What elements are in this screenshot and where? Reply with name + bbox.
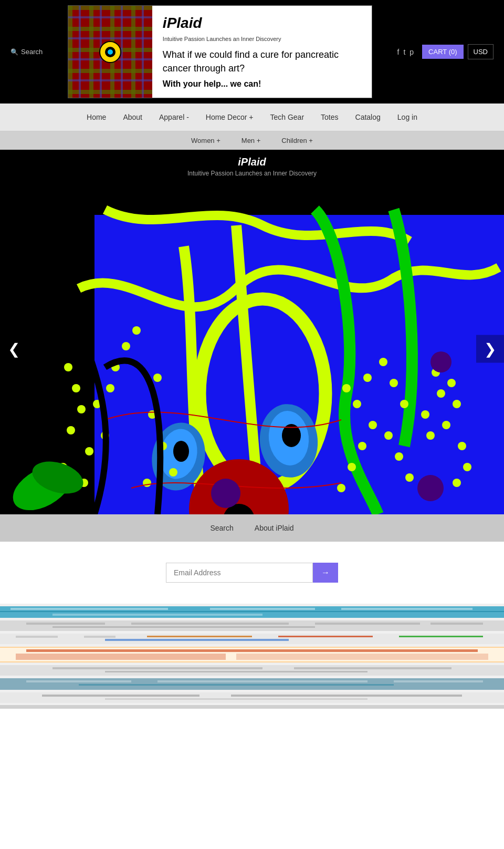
- footer-search-link[interactable]: Search: [210, 524, 233, 532]
- svg-rect-7: [89, 6, 93, 98]
- svg-rect-23: [210, 608, 315, 610]
- svg-rect-55: [0, 692, 504, 703]
- svg-rect-30: [315, 623, 420, 625]
- cart-button[interactable]: CART (0): [422, 45, 463, 59]
- bottom-banner: [0, 604, 504, 709]
- svg-rect-6: [68, 6, 72, 98]
- slide-canvas: [0, 183, 504, 514]
- svg-point-20: [108, 49, 113, 55]
- nav-login[interactable]: Log in: [389, 103, 426, 131]
- brand-bar-name: iPlaid: [6, 156, 498, 168]
- svg-rect-22: [10, 608, 168, 610]
- logo-tagline-big: What if we could find a cure for pancrea…: [163, 48, 361, 75]
- email-submit-button[interactable]: →: [313, 563, 338, 583]
- svg-rect-31: [430, 623, 483, 625]
- svg-rect-58: [105, 698, 368, 700]
- cart-count: (0): [449, 48, 457, 56]
- svg-rect-45: [0, 661, 504, 662]
- nav-totes[interactable]: Totes: [312, 103, 346, 131]
- svg-rect-36: [147, 636, 252, 637]
- svg-rect-43: [16, 654, 226, 660]
- header-right: f t p CART (0) USD: [397, 44, 494, 59]
- nav-about[interactable]: About: [114, 103, 151, 131]
- svg-rect-53: [394, 680, 483, 682]
- primary-nav: Home About Apparel - Home Decor + Tech G…: [0, 103, 504, 131]
- svg-rect-32: [52, 626, 315, 628]
- nav-women[interactable]: Women +: [181, 131, 231, 150]
- nav-apparel[interactable]: Apparel -: [151, 103, 197, 131]
- email-section: →: [0, 542, 504, 604]
- nav-tech-gear[interactable]: Tech Gear: [261, 103, 312, 131]
- svg-rect-34: [16, 636, 58, 638]
- nav-catalog[interactable]: Catalog: [347, 103, 389, 131]
- svg-rect-49: [105, 671, 368, 672]
- slide-next-button[interactable]: ❯: [476, 335, 504, 363]
- header: 🔍 Search: [0, 0, 504, 103]
- logo-brand-name: iPlaid: [163, 15, 361, 32]
- email-input[interactable]: [166, 563, 313, 583]
- facebook-icon[interactable]: f: [397, 48, 400, 56]
- svg-rect-25: [0, 611, 504, 612]
- svg-rect-54: [79, 684, 394, 686]
- social-icons: f t p: [397, 48, 414, 56]
- currency-button[interactable]: USD: [468, 44, 494, 59]
- svg-rect-17: [142, 6, 144, 98]
- nav-children[interactable]: Children +: [271, 131, 323, 150]
- email-form: →: [166, 563, 338, 583]
- nav-home[interactable]: Home: [78, 103, 114, 131]
- svg-rect-9: [131, 6, 135, 98]
- svg-rect-39: [105, 639, 289, 641]
- svg-rect-51: [26, 680, 131, 682]
- cart-label: CART: [428, 48, 447, 56]
- twitter-icon[interactable]: t: [403, 48, 405, 56]
- nav-men[interactable]: Men +: [231, 131, 271, 150]
- svg-rect-28: [26, 623, 105, 625]
- svg-rect-41: [0, 647, 504, 648]
- brand-bar-subtitle: Intuitive Passion Launches an Inner Disc…: [6, 170, 498, 177]
- footer-about-link[interactable]: About iPlaid: [255, 524, 294, 532]
- svg-rect-56: [42, 695, 200, 697]
- slideshow: ❮ ❯: [0, 183, 504, 514]
- brand-bar: iPlaid Intuitive Passion Launches an Inn…: [0, 150, 504, 183]
- svg-rect-44: [236, 654, 488, 660]
- svg-rect-29: [131, 623, 289, 625]
- logo-area: iPlaid Intuitive Passion Launches an Inn…: [43, 5, 397, 98]
- svg-rect-38: [399, 636, 483, 637]
- svg-rect-14: [79, 6, 81, 98]
- svg-rect-52: [158, 680, 368, 682]
- logo-tagline-sub: With your help... we can!: [163, 79, 361, 89]
- svg-rect-35: [84, 636, 116, 638]
- footer-nav: Search About iPlaid: [0, 514, 504, 542]
- svg-rect-59: [0, 705, 504, 709]
- secondary-nav: Women + Men + Children +: [0, 131, 504, 150]
- svg-rect-26: [52, 614, 262, 616]
- svg-rect-24: [341, 608, 472, 610]
- svg-rect-46: [0, 665, 504, 676]
- logo-tagline-small: Intuitive Passion Launches an Inner Disc…: [163, 36, 361, 42]
- pinterest-icon[interactable]: p: [410, 48, 414, 56]
- svg-rect-27: [0, 620, 504, 631]
- search-icon: 🔍: [10, 48, 18, 56]
- svg-rect-42: [26, 649, 478, 652]
- search-area[interactable]: 🔍 Search: [10, 48, 43, 56]
- logo-image: [68, 6, 152, 98]
- logo-box[interactable]: iPlaid Intuitive Passion Launches an Inn…: [68, 5, 372, 98]
- svg-rect-57: [231, 695, 462, 697]
- nav-home-decor[interactable]: Home Decor +: [197, 103, 262, 131]
- logo-text: iPlaid Intuitive Passion Launches an Inn…: [152, 7, 372, 96]
- svg-rect-48: [294, 667, 452, 669]
- svg-rect-37: [278, 636, 373, 637]
- search-label[interactable]: Search: [21, 48, 43, 56]
- svg-rect-47: [52, 667, 262, 669]
- slide-prev-button[interactable]: ❮: [0, 335, 28, 363]
